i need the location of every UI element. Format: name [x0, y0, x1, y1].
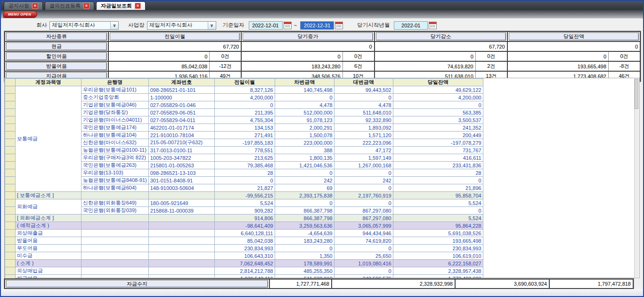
amount-cell[interactable]: 8,327,126 — [214, 86, 275, 94]
row-selector-cell[interactable] — [5, 184, 16, 192]
amount-cell[interactable]: 2,393,175,838 — [275, 192, 334, 199]
account-group-cell[interactable]: 보통예금 — [16, 86, 82, 192]
bank-name-cell[interactable] — [82, 252, 149, 260]
amount-cell[interactable]: 416,611 — [393, 154, 483, 162]
account-number-cell[interactable] — [148, 192, 214, 199]
amount-cell[interactable]: 4,478 — [275, 101, 334, 109]
account-number-cell[interactable] — [148, 245, 214, 252]
scrollbar-thumb[interactable] — [635, 79, 638, 109]
account-number-cell[interactable]: 317-0013-0100-11 — [148, 147, 214, 154]
amount-cell[interactable]: 200,449 — [393, 132, 483, 139]
bank-name-cell[interactable]: 국민은행(외화통장039) — [82, 207, 149, 214]
account-title-cell[interactable]: [ 외화예금소계 ] — [16, 214, 82, 222]
row-selector-cell[interactable] — [5, 199, 16, 207]
amount-cell[interactable]: 2,814,212,788 — [214, 267, 275, 275]
row-selector-cell[interactable] — [5, 124, 16, 132]
account-title-cell[interactable]: [ 보통예금소계 ] — [16, 192, 82, 199]
row-selector-cell[interactable] — [5, 169, 16, 177]
amount-cell[interactable]: 99,443,502 — [334, 86, 393, 94]
date-to-input[interactable] — [300, 21, 334, 30]
amount-cell[interactable]: 242 — [334, 177, 393, 184]
amount-cell[interactable]: 2,328,957,438 — [393, 267, 483, 275]
row-selector-cell[interactable] — [5, 222, 16, 230]
bank-name-cell[interactable] — [82, 267, 149, 275]
account-number-cell[interactable]: 221-910010-78104 — [148, 132, 214, 139]
amount-cell[interactable]: 3,259,563,636 — [275, 222, 334, 230]
amount-cell[interactable]: 1,350 — [275, 252, 334, 260]
account-title-cell[interactable]: 받을어음 — [16, 237, 82, 245]
bank-name-cell[interactable]: 국민은행(보통예금174) — [82, 124, 149, 132]
amount-cell[interactable]: 95,858,704 — [393, 192, 483, 199]
row-selector-cell[interactable] — [5, 207, 16, 214]
amount-cell[interactable]: 183,243,280 — [275, 237, 334, 245]
account-number-cell[interactable]: 215801-01-005263 — [148, 162, 214, 169]
row-selector-cell[interactable] — [5, 237, 16, 245]
tab-voucher-entry[interactable]: 결의전표등록 × — [45, 1, 94, 10]
account-group-cell[interactable]: 외화예금 — [16, 199, 82, 214]
amount-cell[interactable]: 223,000,000 — [275, 139, 334, 147]
amount-cell[interactable]: 0 — [214, 177, 275, 184]
calendar-icon[interactable] — [284, 22, 292, 29]
amount-cell[interactable]: 511,648,010 — [334, 109, 393, 116]
amount-cell[interactable]: 1,800,135 — [275, 154, 334, 162]
row-selector-cell[interactable] — [5, 230, 16, 237]
amount-cell[interactable]: 0 — [214, 101, 275, 109]
amount-cell[interactable]: 0 — [275, 245, 334, 252]
row-selector-cell[interactable] — [5, 147, 16, 154]
bank-name-cell[interactable] — [82, 214, 149, 222]
amount-cell[interactable]: 866,387,798 — [275, 214, 334, 222]
account-number-cell[interactable] — [148, 222, 214, 230]
amount-cell[interactable]: 5,691,038,526 — [393, 230, 483, 237]
amount-cell[interactable]: -98,641,409 — [214, 222, 275, 230]
amount-cell[interactable]: 213,625 — [214, 154, 275, 162]
account-number-cell[interactable]: 1005-203-347822 — [148, 154, 214, 162]
amount-cell[interactable]: 79,385,468 — [214, 162, 275, 169]
row-selector-cell[interactable] — [5, 132, 16, 139]
bank-name-cell[interactable]: 농협은행(보통예금8408-91) — [82, 177, 149, 184]
amount-cell[interactable]: 563,385 — [393, 109, 483, 116]
row-selector-cell[interactable] — [5, 109, 16, 116]
company-select[interactable]: 제일저지주식회사 ∨ — [49, 21, 119, 30]
account-title-cell[interactable]: 외상매출금 — [16, 230, 82, 237]
amount-cell[interactable]: 0 — [393, 207, 483, 214]
amount-cell[interactable]: 0 — [334, 267, 393, 275]
account-number-cell[interactable]: 027-055829-01-046 — [148, 101, 214, 109]
amount-cell[interactable]: 3,500,537 — [393, 116, 483, 124]
amount-cell[interactable]: 28 — [214, 169, 275, 177]
amount-cell[interactable]: 6,640,128,111 — [214, 230, 275, 237]
account-number-cell[interactable]: 148-910003-50604 — [148, 184, 214, 192]
amount-cell[interactable]: 485,255,350 — [275, 267, 334, 275]
calendar-icon[interactable] — [335, 22, 343, 29]
bank-name-cell[interactable]: 우리은행(구매자금3억 822) — [82, 154, 149, 162]
row-selector-cell[interactable] — [5, 267, 16, 275]
bank-name-cell[interactable]: 하나은행(보통예금604) — [82, 184, 149, 192]
row-selector-cell[interactable] — [5, 245, 16, 252]
period-start-input[interactable] — [394, 21, 428, 30]
tab-notice[interactable]: 공지사항 × — [4, 1, 43, 10]
amount-cell[interactable]: 0 — [275, 199, 334, 207]
bank-name-cell[interactable]: 우리은행(13-103) — [82, 169, 149, 177]
amount-cell[interactable]: 0 — [334, 94, 393, 101]
amount-cell[interactable]: 512,000,000 — [275, 109, 334, 116]
amount-cell[interactable]: 867,297,080 — [334, 214, 393, 222]
amount-cell[interactable]: 0 — [393, 101, 483, 109]
bank-name-cell[interactable]: 하나은행(보통예금104) — [82, 132, 149, 139]
amount-cell[interactable]: 0 — [334, 199, 393, 207]
amount-cell[interactable]: 222,223,096 — [334, 139, 393, 147]
amount-cell[interactable]: 1,893,092 — [334, 124, 393, 132]
amount-cell[interactable]: 1,421,046,536 — [275, 162, 334, 169]
amount-cell[interactable]: 233,431,836 — [393, 162, 483, 169]
bank-name-cell[interactable]: 기업은행(당좌통장) — [82, 109, 149, 116]
account-title-cell[interactable]: ( 예적금소계 ) — [16, 222, 82, 230]
amount-cell[interactable]: 4,200,000 — [214, 94, 275, 101]
account-number-cell[interactable] — [148, 252, 214, 260]
bank-name-cell[interactable] — [82, 230, 149, 237]
account-number-cell[interactable]: 215-05-007210(구632) — [148, 139, 214, 147]
row-selector-cell[interactable] — [5, 116, 16, 124]
amount-cell[interactable]: -99,556,215 — [214, 192, 275, 199]
vertical-scrollbar[interactable] — [634, 79, 639, 277]
row-selector-cell[interactable] — [5, 94, 16, 101]
account-number-cell[interactable]: 462201-01-017174 — [148, 124, 214, 132]
menu-open-button[interactable]: MENU OPEN — [3, 11, 37, 18]
bank-name-cell[interactable]: 농협은행(보통예금0100-11) — [82, 147, 149, 154]
